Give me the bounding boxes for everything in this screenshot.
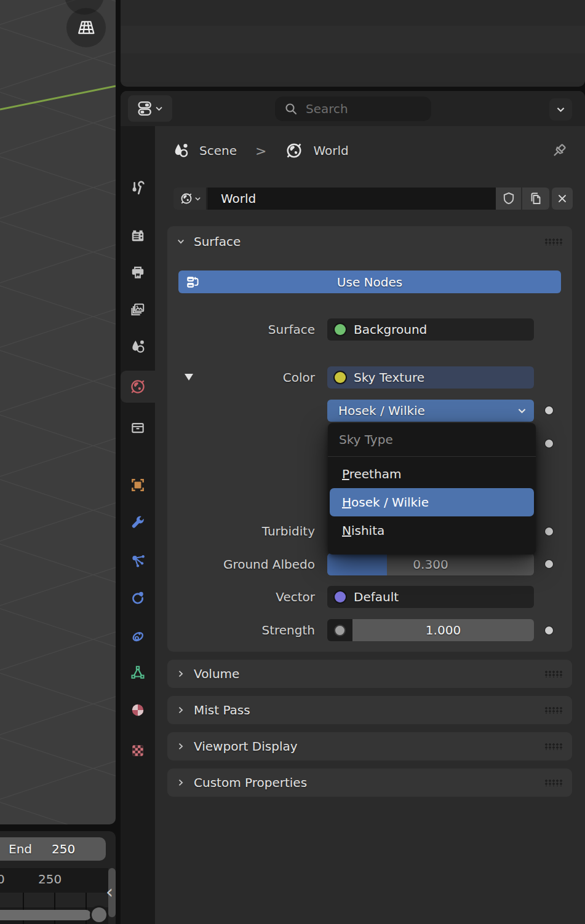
- blender-window: End 250 0 250 ‹: [0, 0, 585, 924]
- shield-icon: [501, 191, 516, 206]
- panel-mist-pass[interactable]: Mist Pass: [167, 696, 572, 724]
- tab-texture[interactable]: [121, 735, 155, 767]
- properties-header: Search: [121, 91, 585, 126]
- breadcrumb: Scene > World: [155, 138, 585, 163]
- tab-constraints[interactable]: [121, 620, 155, 652]
- close-icon: [556, 192, 568, 205]
- fake-user-button[interactable]: [496, 188, 522, 210]
- tab-render[interactable]: [121, 220, 155, 252]
- tab-material[interactable]: [121, 694, 155, 726]
- ruler-label-right: 250: [38, 872, 62, 886]
- panel-title: Viewport Display: [194, 739, 298, 754]
- strength-value-slider[interactable]: 1.000: [352, 619, 534, 641]
- material-icon: [130, 702, 146, 718]
- value-socket-icon: [334, 625, 346, 636]
- viewport-grid: [0, 0, 116, 824]
- tab-strip: [121, 126, 155, 924]
- panel-drag-grip[interactable]: [545, 780, 563, 786]
- color-row-label: Color: [167, 366, 315, 389]
- world-icon: [180, 192, 193, 205]
- vector-row-label: Vector: [167, 586, 315, 608]
- ground-albedo-value: 0.300: [327, 553, 534, 575]
- pin-icon: [549, 142, 568, 160]
- chevron-right-icon: [177, 670, 185, 677]
- breadcrumb-world[interactable]: World: [313, 143, 348, 158]
- 3d-viewport[interactable]: [0, 0, 116, 824]
- end-frame-field[interactable]: End 250: [0, 837, 106, 861]
- strength-value: 1.000: [426, 623, 461, 638]
- chevron-down-icon: [177, 238, 185, 245]
- render-icon: [130, 228, 146, 244]
- surface-shader-value: Background: [354, 322, 427, 337]
- sky-type-dropdown[interactable]: Hosek / Wilkie: [327, 400, 534, 422]
- animate-decorator-dot[interactable]: [545, 527, 553, 535]
- panel-viewport-display[interactable]: Viewport Display: [167, 732, 572, 760]
- panel-drag-grip[interactable]: [545, 239, 563, 245]
- turbidity-row-label: Turbidity: [167, 520, 315, 542]
- use-nodes-button[interactable]: Use Nodes: [178, 270, 561, 293]
- panel-drag-grip[interactable]: [545, 743, 563, 750]
- animate-decorator-dot[interactable]: [545, 560, 553, 568]
- constraints-icon: [130, 628, 146, 644]
- tab-output[interactable]: [121, 257, 155, 289]
- unlink-button[interactable]: [552, 188, 573, 210]
- modifiers-wrench-icon: [130, 515, 146, 531]
- sky-type-menu: Sky Type Preetham Hosek / Wilkie Nishita: [328, 423, 536, 555]
- animate-decorator-dot[interactable]: [545, 440, 553, 448]
- chevron-down-icon: [557, 107, 565, 113]
- end-frame-label: End: [9, 842, 32, 856]
- panel-custom-properties[interactable]: Custom Properties: [167, 768, 572, 797]
- strength-socket[interactable]: [327, 619, 352, 641]
- timeline-ruler[interactable]: 0 250 ‹: [0, 868, 108, 924]
- panel-surface: Surface Use Nodes Surface Background: [167, 226, 572, 652]
- menu-item-hosek-wilkie[interactable]: Hosek / Wilkie: [330, 488, 534, 516]
- search-placeholder: Search: [306, 101, 348, 116]
- tab-particles[interactable]: [121, 545, 155, 577]
- strength-row-label: Strength: [167, 619, 315, 641]
- tab-modifiers[interactable]: [121, 507, 155, 539]
- physics-icon: [130, 590, 146, 606]
- search-input[interactable]: Search: [275, 97, 431, 121]
- animate-decorator-dot[interactable]: [545, 626, 553, 634]
- timeline-hscrollbar-knob[interactable]: [92, 907, 106, 922]
- tab-world[interactable]: [121, 371, 155, 403]
- tab-scene[interactable]: [121, 331, 155, 363]
- panel-drag-grip[interactable]: [545, 671, 563, 677]
- animate-decorator-dot[interactable]: [545, 406, 553, 414]
- editor-type-button[interactable]: [128, 95, 172, 122]
- chevron-down-icon: [195, 197, 201, 201]
- browse-world-button[interactable]: [173, 188, 207, 210]
- view-layer-icon: [130, 302, 146, 318]
- perspective-toggle-button[interactable]: [66, 8, 106, 47]
- tab-object-data[interactable]: [121, 657, 155, 689]
- tab-tool[interactable]: [121, 173, 155, 205]
- tab-physics[interactable]: [121, 582, 155, 614]
- timeline-hscrollbar[interactable]: [0, 910, 91, 920]
- vector-input-field[interactable]: Default: [327, 586, 534, 608]
- scene-icon: [172, 142, 189, 159]
- pin-button[interactable]: [549, 142, 568, 164]
- tab-object[interactable]: [121, 469, 155, 501]
- tab-collection[interactable]: [121, 411, 155, 443]
- world-icon: [285, 141, 303, 160]
- menu-item-preetham[interactable]: Preetham: [330, 460, 534, 488]
- properties-icon: [138, 101, 153, 116]
- surface-panel-header[interactable]: Surface: [167, 226, 572, 257]
- menu-title: Sky Type: [328, 423, 536, 457]
- ground-albedo-row-label: Ground Albedo: [167, 553, 315, 575]
- surface-shader-field[interactable]: Background: [327, 318, 534, 341]
- menu-item-nishita[interactable]: Nishita: [330, 516, 534, 545]
- outliner-region: [121, 0, 585, 87]
- panel-volume[interactable]: Volume: [167, 660, 572, 688]
- panel-drag-grip[interactable]: [545, 707, 563, 714]
- new-copy-button[interactable]: [522, 188, 549, 210]
- chevron-down-icon: [518, 408, 526, 414]
- world-name-field[interactable]: World: [207, 188, 496, 210]
- header-options-button[interactable]: [549, 98, 572, 120]
- breadcrumb-scene[interactable]: Scene: [199, 143, 237, 158]
- color-input-field[interactable]: Sky Texture: [327, 366, 534, 389]
- tab-view-layer[interactable]: [121, 294, 155, 326]
- region-expand-arrow[interactable]: ‹: [106, 883, 113, 901]
- ruler-label-left: 0: [0, 872, 5, 886]
- ground-albedo-slider[interactable]: 0.300: [327, 553, 534, 575]
